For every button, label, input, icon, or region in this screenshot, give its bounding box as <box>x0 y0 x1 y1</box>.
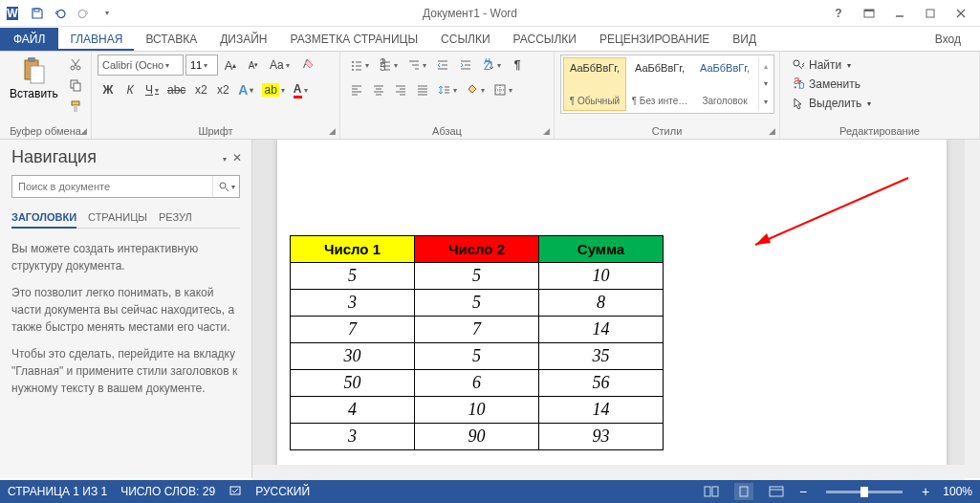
table-row[interactable]: 39093 <box>291 424 664 450</box>
tab-mailings[interactable]: РАССЫЛКИ <box>502 28 588 51</box>
nav-tab-pages[interactable]: СТРАНИЦЫ <box>88 208 147 228</box>
table-cell[interactable]: 7 <box>415 317 539 343</box>
ribbon-options-icon[interactable] <box>858 3 881 24</box>
minimize-icon[interactable] <box>888 3 911 24</box>
sort-icon[interactable]: AZ <box>478 55 505 76</box>
highlight-icon[interactable]: ab <box>258 79 288 100</box>
table-cell[interactable]: 8 <box>539 290 664 317</box>
word-count[interactable]: ЧИСЛО СЛОВ: 29 <box>120 485 215 498</box>
table-row[interactable]: 50656 <box>291 370 664 397</box>
table-cell[interactable]: 4 <box>291 397 415 424</box>
table-row[interactable]: 5510 <box>291 263 664 290</box>
table-cell[interactable]: 3 <box>291 290 415 317</box>
style-heading[interactable]: АаБбВвГг, Заголовок <box>693 57 756 111</box>
align-left-icon[interactable] <box>346 79 367 100</box>
align-right-icon[interactable] <box>390 79 411 100</box>
table-cell[interactable]: 3 <box>291 424 415 450</box>
font-name-combo[interactable]: Calibri (Осно <box>98 55 184 76</box>
shrink-font-icon[interactable]: A▾ <box>243 55 264 76</box>
find-button[interactable]: Найти▾ <box>790 56 969 74</box>
styles-scroll[interactable]: ▴ ▾ ▾ <box>758 57 772 111</box>
paragraph-launcher-icon[interactable]: ◢ <box>540 125 552 137</box>
font-launcher-icon[interactable]: ◢ <box>326 125 338 137</box>
show-marks-icon[interactable]: ¶ <box>507 55 528 76</box>
table-cell[interactable]: 5 <box>415 290 539 317</box>
change-case-icon[interactable]: Aa <box>266 55 294 76</box>
multilevel-list-icon[interactable] <box>403 55 430 76</box>
save-icon[interactable] <box>27 3 48 24</box>
decrease-indent-icon[interactable] <box>432 55 453 76</box>
search-icon[interactable] <box>212 176 239 197</box>
zoom-slider[interactable] <box>826 491 903 493</box>
grow-font-icon[interactable]: A▴ <box>220 55 241 76</box>
tab-layout[interactable]: РАЗМЕТКА СТРАНИЦЫ <box>279 28 430 51</box>
document-area[interactable]: Число 1 Число 2 Сумма 551035877143053550… <box>252 140 980 478</box>
read-mode-icon[interactable] <box>702 483 721 500</box>
table-cell[interactable]: 50 <box>291 370 415 397</box>
page[interactable]: Число 1 Число 2 Сумма 551035877143053550… <box>277 140 947 478</box>
align-center-icon[interactable] <box>368 79 389 100</box>
nav-search[interactable] <box>11 175 240 198</box>
nav-tab-headings[interactable]: ЗАГОЛОВКИ <box>11 208 76 229</box>
table-cell[interactable]: 6 <box>415 370 539 397</box>
table-cell[interactable]: 14 <box>539 317 664 343</box>
qat-customize-icon[interactable] <box>96 3 117 24</box>
style-no-spacing[interactable]: АаБбВвГг, ¶ Без инте… <box>628 57 691 111</box>
vertical-scrollbar[interactable] <box>965 140 980 478</box>
font-size-combo[interactable]: 11 <box>185 55 218 76</box>
web-layout-icon[interactable] <box>767 483 786 500</box>
table-header[interactable]: Число 2 <box>415 236 539 263</box>
search-input[interactable] <box>12 176 212 197</box>
table-row[interactable]: 7714 <box>291 317 664 343</box>
tab-insert[interactable]: ВСТАВКА <box>134 28 208 51</box>
bold-icon[interactable]: Ж <box>98 79 119 100</box>
page-status[interactable]: СТРАНИЦА 1 ИЗ 1 <box>8 485 107 498</box>
table-cell[interactable]: 14 <box>539 397 664 424</box>
zoom-level[interactable]: 100% <box>943 485 972 498</box>
nav-tab-results[interactable]: РЕЗУЛ <box>159 208 192 228</box>
table-cell[interactable]: 10 <box>415 397 539 424</box>
table-cell[interactable]: 5 <box>291 263 415 290</box>
select-button[interactable]: Выделить▾ <box>790 95 969 112</box>
print-layout-icon[interactable] <box>734 483 753 500</box>
nav-menu-icon[interactable] <box>221 151 227 164</box>
style-normal[interactable]: АаБбВвГг, ¶ Обычный <box>563 57 626 111</box>
justify-icon[interactable] <box>412 79 433 100</box>
zoom-out-icon[interactable]: − <box>799 484 807 499</box>
table-cell[interactable]: 10 <box>539 263 664 290</box>
table-cell[interactable]: 7 <box>291 317 415 343</box>
tab-review[interactable]: РЕЦЕНЗИРОВАНИЕ <box>588 28 721 51</box>
table-header[interactable]: Число 1 <box>291 236 415 263</box>
format-painter-icon[interactable] <box>66 97 85 116</box>
italic-icon[interactable]: К <box>120 79 141 100</box>
tab-home[interactable]: ГЛАВНАЯ <box>58 28 134 51</box>
table-row[interactable]: 358 <box>291 290 664 317</box>
bullets-icon[interactable] <box>346 55 373 76</box>
tab-file[interactable]: ФАЙЛ <box>0 28 58 51</box>
language-status[interactable]: РУССКИЙ <box>255 485 310 498</box>
strikethrough-icon[interactable]: abc <box>163 79 189 100</box>
nav-close-icon[interactable]: ✕ <box>232 151 242 164</box>
clipboard-launcher-icon[interactable]: ◢ <box>77 125 89 137</box>
font-color-icon[interactable]: A <box>290 79 312 100</box>
redo-icon[interactable] <box>73 3 94 24</box>
undo-icon[interactable] <box>50 3 71 24</box>
data-table[interactable]: Число 1 Число 2 Сумма 551035877143053550… <box>290 235 664 450</box>
table-header[interactable]: Сумма <box>539 236 664 263</box>
table-cell[interactable]: 5 <box>415 343 539 370</box>
replace-button[interactable]: abЗаменить <box>790 76 969 93</box>
borders-icon[interactable] <box>490 79 516 100</box>
zoom-in-icon[interactable]: + <box>922 484 929 499</box>
table-row[interactable]: 30535 <box>291 343 664 370</box>
table-cell[interactable]: 30 <box>291 343 415 370</box>
table-cell[interactable]: 93 <box>539 424 664 450</box>
maximize-icon[interactable] <box>919 3 942 24</box>
table-cell[interactable]: 35 <box>539 343 664 370</box>
underline-icon[interactable]: Ч <box>142 79 163 100</box>
tab-design[interactable]: ДИЗАЙН <box>208 28 278 51</box>
tab-references[interactable]: ССЫЛКИ <box>429 28 501 51</box>
horizontal-scrollbar[interactable] <box>252 465 965 480</box>
sign-in-link[interactable]: Вход <box>924 28 980 51</box>
text-effects-icon[interactable]: A <box>234 79 257 100</box>
numbering-icon[interactable]: 123 <box>375 55 402 76</box>
